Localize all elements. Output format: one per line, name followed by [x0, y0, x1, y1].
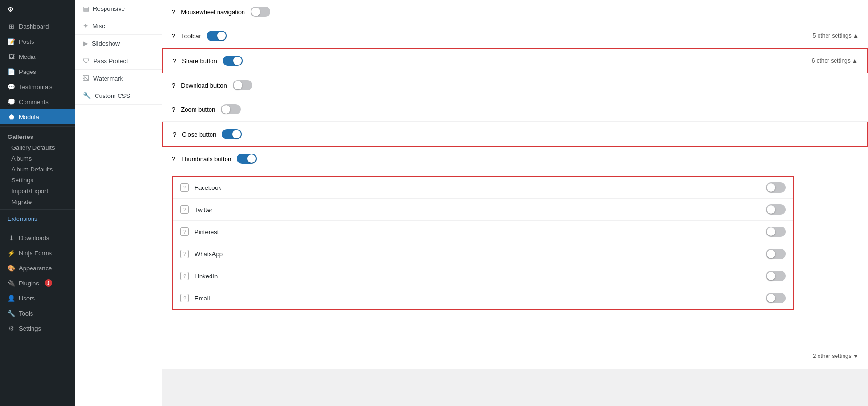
twitter-toggle[interactable] [766, 204, 786, 215]
email-toggle[interactable] [766, 293, 786, 303]
twitter-row: ? Twitter [173, 199, 793, 221]
share-help-icon[interactable]: ? [173, 57, 176, 65]
dashboard-icon: ⊞ [8, 23, 15, 30]
mousewheel-help-icon[interactable]: ? [172, 8, 175, 16]
download-toggle[interactable] [233, 80, 252, 90]
whatsapp-row: ? WhatsApp [173, 243, 793, 265]
facebook-row: ? Facebook [173, 177, 793, 199]
sidebar-extensions-label: Extensions [0, 211, 75, 226]
social-extra[interactable]: 2 other settings ▼ [803, 171, 868, 369]
sidebar-item-label: Dashboard [19, 23, 49, 30]
thumbnails-toggle[interactable] [237, 154, 257, 164]
twitter-help-icon[interactable]: ? [180, 205, 189, 214]
comments-icon: 💭 [8, 98, 15, 106]
whatsapp-help-icon[interactable]: ? [180, 250, 189, 258]
sub-sidebar-responsive[interactable]: ▤ Responsive [75, 0, 162, 17]
email-label: Email [195, 295, 760, 302]
sub-sidebar-pass-protect[interactable]: 🛡 Pass Protect [75, 52, 162, 70]
linkedin-help-icon[interactable]: ? [180, 272, 189, 280]
sidebar-item-downloads[interactable]: ⬇ Downloads [0, 230, 75, 245]
extensions-label: Extensions [8, 215, 38, 222]
toolbar-extra[interactable]: 5 other settings ▲ [803, 26, 868, 46]
linkedin-toggle[interactable] [766, 271, 786, 281]
sidebar-item-comments[interactable]: 💭 Comments [0, 94, 75, 109]
close-toggle[interactable] [222, 129, 242, 139]
row-left: ? Zoom button [162, 97, 849, 121]
download-help-icon[interactable]: ? [172, 82, 175, 89]
sidebar-item-label: Ninja Forms [19, 250, 52, 257]
sidebar-item-label: Pages [19, 68, 36, 75]
sidebar-item-appearance[interactable]: 🎨 Appearance [0, 260, 75, 276]
sub-sidebar-misc[interactable]: ✦ Misc [75, 17, 162, 35]
tools-icon: 🔧 [8, 309, 15, 317]
settings-section: ? Mousewheel navigation ? Toolbar 5 othe… [162, 0, 868, 369]
sidebar-sub-import-export[interactable]: Import/Export [0, 186, 75, 196]
sidebar-item-plugins[interactable]: 🔌 Plugins 1 [0, 276, 75, 291]
sub-sidebar-slideshow[interactable]: ▶ Slideshow [75, 35, 162, 52]
email-row: ? Email [173, 287, 793, 309]
close-label: Close button [182, 131, 216, 138]
sub-sidebar-watermark[interactable]: 🖼 Watermark [75, 70, 162, 87]
sub-sidebar-label: Responsive [93, 5, 125, 12]
downloads-icon: ⬇ [8, 234, 15, 242]
galleries-group-label: Galleries [0, 129, 75, 142]
sidebar-sub-album-defaults[interactable]: Album Defaults [0, 164, 75, 175]
sub-sidebar-label: Watermark [93, 75, 123, 82]
sidebar-item-label: Appearance [19, 265, 52, 272]
facebook-help-icon[interactable]: ? [180, 183, 189, 192]
toolbar-help-icon[interactable]: ? [172, 32, 175, 40]
responsive-icon: ▤ [83, 5, 89, 12]
misc-icon: ✦ [83, 22, 89, 30]
row-right-empty [849, 152, 868, 165]
pass-protect-icon: 🛡 [83, 57, 89, 65]
sidebar-sub-gallery-defaults[interactable]: Gallery Defaults [0, 142, 75, 153]
sidebar-item-tools[interactable]: 🔧 Tools [0, 306, 75, 321]
zoom-label: Zoom button [181, 106, 215, 113]
sub-sidebar-label: Misc [92, 23, 105, 30]
sidebar-item-settings[interactable]: ⚙ Settings [0, 321, 75, 336]
facebook-toggle[interactable] [766, 182, 786, 193]
sidebar-item-label: Posts [19, 38, 34, 45]
app-logo: ⚙ [0, 0, 75, 19]
sidebar-item-media[interactable]: 🖼 Media [0, 49, 75, 64]
whatsapp-label: WhatsApp [195, 251, 760, 258]
row-left: ? Toolbar [162, 24, 803, 48]
sidebar-item-dashboard[interactable]: ⊞ Dashboard [0, 19, 75, 34]
sidebar-sub-settings[interactable]: Settings [0, 175, 75, 186]
sidebar-item-label: Downloads [19, 235, 49, 242]
media-icon: 🖼 [8, 53, 15, 60]
settings-icon: ⚙ [8, 325, 15, 332]
download-label: Download button [181, 82, 227, 89]
linkedin-label: LinkedIn [195, 273, 760, 280]
sidebar-item-ninja-forms[interactable]: ⚡ Ninja Forms [0, 245, 75, 260]
zoom-button-row: ? Zoom button [162, 97, 868, 122]
toolbar-toggle[interactable] [207, 31, 227, 41]
sidebar-item-users[interactable]: 👤 Users [0, 291, 75, 306]
sidebar-item-label: Media [19, 53, 35, 60]
sidebar-item-label: Tools [19, 310, 33, 317]
thumbnails-help-icon[interactable]: ? [172, 155, 175, 162]
pinterest-toggle[interactable] [766, 227, 786, 237]
zoom-toggle[interactable] [221, 104, 241, 114]
mousewheel-toggle[interactable] [251, 7, 270, 17]
zoom-help-icon[interactable]: ? [172, 106, 175, 113]
sidebar-item-posts[interactable]: 📝 Posts [0, 34, 75, 49]
sidebar-sub-migrate[interactable]: Migrate [0, 196, 75, 207]
sidebar-item-label: Settings [19, 325, 41, 332]
sidebar-item-testimonials[interactable]: 💬 Testimonials [0, 79, 75, 94]
pages-icon: 📄 [8, 68, 15, 75]
share-extra[interactable]: 6 other settings ▲ [803, 51, 867, 71]
row-left: ? Download button [162, 73, 849, 97]
main-content: ? Mousewheel navigation ? Toolbar 5 othe… [162, 0, 868, 406]
close-help-icon[interactable]: ? [173, 131, 176, 138]
whatsapp-toggle[interactable] [766, 249, 786, 259]
sub-sidebar-custom-css[interactable]: 🔧 Custom CSS [75, 87, 162, 105]
share-toggle[interactable] [223, 56, 243, 66]
sidebar-sub-albums[interactable]: Albums [0, 153, 75, 164]
email-help-icon[interactable]: ? [180, 294, 189, 302]
sidebar-item-pages[interactable]: 📄 Pages [0, 64, 75, 79]
close-button-row: ? Close button [163, 122, 867, 146]
sidebar-item-modula[interactable]: ⬟ Modula [0, 109, 75, 124]
mousewheel-navigation-row: ? Mousewheel navigation [162, 0, 868, 24]
pinterest-help-icon[interactable]: ? [180, 227, 189, 236]
